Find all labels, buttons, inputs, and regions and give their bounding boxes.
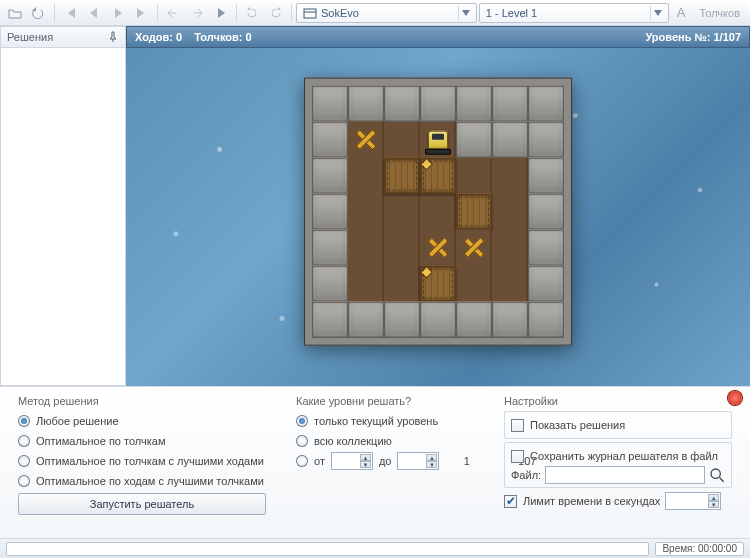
next-icon[interactable] [107,3,129,23]
wall-tile [456,302,492,338]
goal-tile [456,230,492,266]
wall-tile [528,122,564,158]
wall-tile [528,194,564,230]
check-time-limit[interactable]: Лимит времени в секундах [504,491,660,511]
open-folder-icon[interactable] [4,3,26,23]
puzzle-frame [304,78,572,346]
solver-panel: Метод решения Любое решениеОптимальное п… [0,386,750,538]
file-label: Файл: [511,469,541,481]
prev-icon[interactable] [83,3,105,23]
collection-icon [303,6,317,20]
wall-tile [492,86,528,122]
check-show-solutions[interactable]: Показать решения [511,415,725,435]
undo-icon[interactable] [162,3,184,23]
rotate-right-icon[interactable] [265,3,287,23]
wall-tile [492,302,528,338]
wall-tile [528,266,564,302]
wall-tile [528,86,564,122]
time-value: 00:00:00 [698,543,737,554]
radio-method-3[interactable]: Оптимальное по ходам с лучшими толчками [18,471,278,491]
settings-heading: Настройки [504,395,732,407]
wall-tile [456,86,492,122]
wall-tile [528,230,564,266]
goal-tile [420,230,456,266]
run-solver-button[interactable]: Запустить решатель [18,493,266,515]
close-icon[interactable] [728,391,742,405]
wall-tile [312,194,348,230]
chevron-down-icon [650,6,666,20]
radio-method-2[interactable]: Оптимальное по толчкам с лучшими ходами [18,451,278,471]
pushes-label: Толчков: [194,31,242,43]
radio-method-0[interactable]: Любое решение [18,411,278,431]
game-status-bar: Ходов: 0 Толчков: 0 Уровень №: 1/107 [126,26,750,48]
svg-rect-0 [304,9,316,18]
box-on-goal-tile [420,266,456,302]
levels-heading: Какие уровни решать? [296,395,486,407]
level-select-value: 1 - Level 1 [486,7,537,19]
collection-select[interactable]: SokEvo [296,3,477,23]
chevron-down-icon [458,6,474,20]
wall-tile [348,86,384,122]
time-label: Время: [662,543,695,554]
range-from-label: от [314,455,325,467]
goal-tile [348,122,384,158]
pin-icon[interactable] [107,31,119,43]
wall-tile [312,86,348,122]
rotate-left-icon[interactable] [241,3,263,23]
box-on-goal-tile [420,158,456,194]
pushes-sort-link[interactable]: Толчков [699,7,740,19]
file-path-input[interactable] [545,466,705,484]
bottom-status-bar: Время: 00:00:00 [0,538,750,558]
progress-bar [6,542,649,556]
game-board-area[interactable] [126,48,750,386]
moves-value: 0 [176,31,182,43]
box-tile [384,158,420,194]
solutions-list[interactable] [0,48,126,386]
wall-tile [420,302,456,338]
wall-tile [312,122,348,158]
wall-tile [348,302,384,338]
time-limit-input[interactable]: ▲▼ [665,492,721,510]
method-heading: Метод решения [18,395,278,407]
solutions-sidebar: Решения [0,26,126,386]
wall-tile [492,122,528,158]
range-from-input[interactable]: ▲▼ [331,452,373,470]
wall-tile [312,302,348,338]
wall-tile [528,302,564,338]
wall-tile [456,122,492,158]
reload-icon[interactable] [28,3,50,23]
redo-icon[interactable] [186,3,208,23]
radio-level-range[interactable]: от ▲▼ до ▲▼ [296,451,486,471]
run-solver-label: Запустить решатель [90,498,194,510]
pushes-value: 0 [245,31,251,43]
box-tile [456,194,492,230]
wall-tile [384,86,420,122]
last-icon[interactable] [131,3,153,23]
radio-levels-0[interactable]: только текущий уровень [296,411,486,431]
sidebar-title: Решения [7,31,53,43]
radio-levels-1[interactable]: всю коллекцию [296,431,486,451]
level-label: Уровень №: [645,31,710,43]
level-select[interactable]: 1 - Level 1 [479,3,669,23]
svg-point-1 [711,469,720,478]
browse-file-icon[interactable] [709,467,725,483]
level-value: 1/107 [713,31,741,43]
wall-tile [312,158,348,194]
player-tile [420,122,456,158]
range-to-input[interactable]: ▲▼ [397,452,439,470]
radio-method-1[interactable]: Оптимальное по толчкам [18,431,278,451]
collection-select-value: SokEvo [321,7,359,19]
first-icon[interactable] [59,3,81,23]
puzzle-grid [312,86,564,338]
play-icon[interactable] [210,3,232,23]
moves-label: Ходов: [135,31,173,43]
wall-tile [528,158,564,194]
wall-tile [312,266,348,302]
font-size-button[interactable]: A [677,5,686,20]
top-toolbar: SokEvo 1 - Level 1 A Толчков [0,0,750,26]
wall-tile [312,230,348,266]
wall-tile [384,302,420,338]
wall-tile [420,86,456,122]
